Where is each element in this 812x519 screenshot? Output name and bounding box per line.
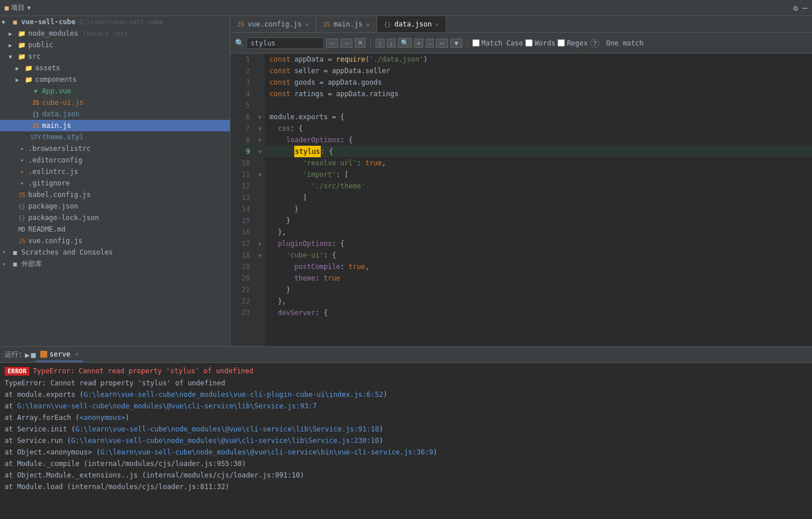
search-filter-button[interactable]: ▼: [450, 39, 462, 48]
sidebar-item-theme-styl[interactable]: ▶ STY theme.styl: [0, 131, 230, 143]
gutter-8: ▼: [255, 134, 265, 146]
match-case-label[interactable]: Match Case: [472, 39, 523, 47]
sidebar-item-vue-config[interactable]: ▶ JS vue.config.js: [0, 235, 230, 247]
serve-tab-close[interactable]: ✕: [75, 351, 78, 357]
code-line-17: pluginOptions: {: [265, 238, 812, 249]
code-line-23: devServer: {: [265, 307, 812, 319]
sidebar-item-src[interactable]: ▼ 📁 src: [0, 51, 230, 62]
search-up-button[interactable]: ↑: [375, 39, 385, 48]
search-add-button[interactable]: +: [414, 39, 423, 48]
line-num-9: 9: [230, 146, 255, 157]
tab-label-vue-config: vue.config.js: [248, 20, 302, 28]
link-service-js-93[interactable]: G:\learn\vue-sell-cube\node_modules\@vue…: [17, 402, 317, 410]
search-input[interactable]: [251, 39, 320, 47]
sidebar-item-browserslistrc[interactable]: ▶ ⚬ .browserslistrc: [0, 143, 230, 154]
tab-close-main-js[interactable]: ✕: [366, 21, 370, 28]
sidebar-item-package-json[interactable]: ▶ {} package.json: [0, 200, 230, 212]
search-prev-button[interactable]: ←: [326, 39, 338, 48]
sidebar-item-editorconfig[interactable]: ▶ ⚬ .editorconfig: [0, 154, 230, 166]
code-line-22: },: [265, 296, 812, 307]
sidebar-item-main-js[interactable]: ▶ JS main.js: [0, 120, 230, 131]
tab-icon-data-json: {}: [384, 21, 391, 28]
sidebar-item-external[interactable]: ⚬ ■ 外部库: [0, 258, 230, 270]
regex-checkbox[interactable]: [557, 39, 565, 47]
sidebar-item-data-json[interactable]: ▶ {} data.json: [0, 108, 230, 120]
line-num-7: 7: [230, 123, 255, 134]
gutter-17: ▼: [255, 238, 265, 249]
minimize-icon[interactable]: ─: [803, 3, 807, 13]
run-play-icon[interactable]: ▶: [25, 350, 29, 359]
console-output[interactable]: ERRORTypeError: Cannot read property 'st…: [0, 363, 812, 519]
search-next-button[interactable]: →: [340, 39, 352, 48]
project-folder-icon: ■: [10, 17, 20, 26]
tab-label-main-js: main.js: [333, 20, 363, 28]
match-case-checkbox[interactable]: [472, 39, 480, 47]
file-icon-app-vue: ▼: [31, 86, 40, 96]
search-down-button[interactable]: ↓: [387, 39, 396, 48]
tab-icon-main-js: JS: [323, 21, 330, 28]
error-message: TypeError: Cannot read property 'stylus'…: [33, 367, 253, 375]
link-anonymous[interactable]: <anonymous>: [79, 414, 125, 422]
gutter-22: [255, 296, 265, 307]
code-line-14: }: [265, 203, 812, 215]
folder-icon-components: 📁: [24, 75, 33, 84]
top-bar-dropdown-icon[interactable]: ▼: [27, 5, 31, 11]
sidebar-item-babel-config[interactable]: ▶ JS babel.config.js: [0, 189, 230, 200]
code-line-7: css: {: [265, 123, 812, 134]
gutter-3: [255, 77, 265, 88]
tab-data-json[interactable]: {} data.json ✕: [377, 16, 446, 32]
sidebar-item-app-vue[interactable]: ▶ ▼ App.vue: [0, 85, 230, 97]
sidebar-item-root[interactable]: ▼ ■ vue-sell-cube G:\learn\vue-sell-cube: [0, 16, 230, 28]
link-service-js-91[interactable]: G:\learn\vue-sell-cube\node_modules\@vue…: [75, 425, 379, 433]
words-text: Words: [534, 39, 555, 47]
bottom-tab-serve[interactable]: serve ✕: [36, 348, 83, 362]
sidebar-item-node_modules[interactable]: ▶ 📁 node_modules library root: [0, 28, 230, 39]
sidebar-item-readme[interactable]: ▶ MD README.md: [0, 223, 230, 235]
sidebar-item-gitignore[interactable]: ▶ ⚬ .gitignore: [0, 177, 230, 189]
help-button[interactable]: ?: [590, 39, 599, 48]
tab-close-vue-config[interactable]: ✕: [305, 21, 309, 28]
console-line-detail-4: at Service.init (G:\learn\vue-sell-cube\…: [5, 423, 807, 435]
line-num-23: 23: [230, 307, 255, 319]
gutter-7: ▼: [255, 123, 265, 134]
console-line-detail-8: at Object.Module._extensions..js (intern…: [5, 469, 807, 481]
search-replace-all-button[interactable]: ↔: [436, 39, 448, 48]
settings-icon[interactable]: ⚙: [793, 3, 798, 13]
sidebar-item-eslintrc[interactable]: ▶ ⚬ .eslintrc.js: [0, 166, 230, 177]
gutter-13: [255, 192, 265, 203]
search-find-button[interactable]: 🔍: [398, 38, 412, 48]
tab-close-data-json[interactable]: ✕: [435, 21, 439, 28]
search-close-button[interactable]: ✕: [355, 38, 366, 48]
sidebar-item-public[interactable]: ▶ 📁 public: [0, 39, 230, 51]
code-editor: 1 2 3 4 5 6 7 8 9 10 11 12 13 14 15 16 1…: [230, 54, 812, 346]
run-stop-icon[interactable]: ■: [31, 350, 36, 359]
sidebar-item-assets[interactable]: ▶ 📁 assets: [0, 62, 230, 74]
tab-main-js[interactable]: JS main.js ✕: [316, 16, 377, 32]
regex-label[interactable]: Regex: [557, 39, 587, 47]
file-icon-readme: MD: [17, 225, 26, 234]
words-checkbox[interactable]: [525, 39, 533, 47]
tab-vue-config[interactable]: JS vue.config.js ✕: [230, 16, 316, 32]
line-num-21: 21: [230, 284, 255, 296]
line-num-2: 2: [230, 65, 255, 77]
code-line-16: },: [265, 226, 812, 238]
sidebar-item-components[interactable]: ▶ 📁 components: [0, 74, 230, 85]
link-cli-service[interactable]: G:\learn\vue-sell-cube\node_modules\@vue…: [100, 448, 433, 456]
line-num-4: 4: [230, 88, 255, 100]
sidebar-item-cube-ui-js[interactable]: ▶ JS cube-ui.js: [0, 97, 230, 108]
link-index-js[interactable]: G:\learn\vue-sell-cube\node_modules\vue-…: [84, 391, 383, 399]
gutter-18: ▼: [255, 249, 265, 261]
console-line-detail-2: at G:\learn\vue-sell-cube\node_modules\@…: [5, 400, 807, 412]
code-line-4: const ratings = appData.ratings: [265, 88, 812, 100]
sidebar-item-scratches[interactable]: ⚬ ■ Scratches and Consoles: [0, 247, 230, 258]
line-num-15: 15: [230, 215, 255, 226]
search-subtract-button[interactable]: -: [426, 39, 434, 48]
line-num-5: 5: [230, 100, 255, 111]
scratches-icon: ■: [10, 248, 20, 257]
link-service-js-230[interactable]: G:\learn\vue-sell-cube\node_modules\@vue…: [71, 437, 380, 445]
code-content[interactable]: const appData = require('./data.json') c…: [265, 54, 812, 346]
tab-bar: JS vue.config.js ✕ JS main.js ✕ {} data.…: [230, 16, 812, 33]
sidebar-item-package-lock[interactable]: ▶ {} package-lock.json: [0, 212, 230, 223]
file-icon-gitignore: ⚬: [17, 179, 26, 188]
words-label[interactable]: Words: [525, 39, 555, 47]
